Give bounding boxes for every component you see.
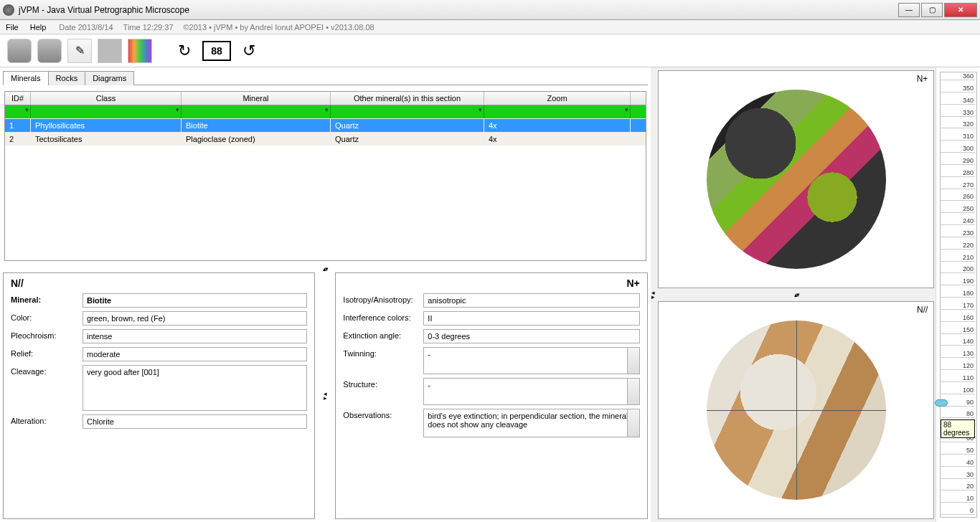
toolbar: ✎ ↻ 88 ↺ [0,34,980,67]
tab-bar: Minerals Rocks Diagrams [3,70,648,85]
value-twinning[interactable]: - [423,347,639,374]
ruler-tick: 360 [941,72,975,80]
value-observations[interactable]: bird's eye extinction; in perpendicular … [423,409,639,437]
filter-zoom[interactable] [484,105,631,118]
label-structure: Structure: [343,378,423,389]
rotation-angle-input[interactable]: 88 [202,41,231,61]
main-vertical-splitter[interactable]: ◂▸ [651,67,656,522]
horizontal-splitter[interactable]: ▴▾ [3,265,648,272]
label-isotropy: Isotropy/Anisotropy: [343,293,423,304]
label-relief: Relief: [11,347,83,358]
vertical-splitter[interactable]: ◂▸ [322,272,328,519]
label-cleavage: Cleavage: [11,365,83,376]
ruler-tick: 0 [941,507,975,515]
viewer-plane-polarized[interactable]: N// [658,301,935,519]
tab-rocks[interactable]: Rocks [48,71,86,85]
value-alteration[interactable]: Chlorite [83,414,307,429]
col-header-id[interactable]: ID# [5,92,31,105]
ruler-tick: 140 [941,338,975,346]
ruler-tick: 20 [941,483,975,490]
pointer-tool-button[interactable]: ✎ [67,39,92,63]
value-relief[interactable]: moderate [83,347,307,361]
rotate-cw-icon[interactable]: ↻ [172,39,197,63]
cell-zoom: 4x [484,133,631,146]
menu-bar: File Help Date 2013/8/14 Time 12:29:37 ©… [0,20,980,34]
grey-view-button[interactable] [98,39,122,63]
label-twinning: Twinning: [343,347,423,358]
ruler-tick: 80 [941,410,975,418]
minerals-table: ID# Class Mineral Other mineral(s) in th… [4,91,646,261]
label-color: Color: [11,311,83,322]
label-pleochroism: Pleochroism: [11,329,83,340]
close-button[interactable]: ✕ [944,3,977,17]
viewer-column: N+ ▴▾ N// [656,67,936,522]
window-title: jVPM - Java Virtual Petrographic Microsc… [19,5,897,15]
label-observations: Observations: [343,409,423,419]
viewer-cross-polarized[interactable]: N+ [658,70,935,288]
ruler-tick: 300 [941,145,975,153]
label-alteration: Alteration: [11,414,83,425]
table-row[interactable]: 1 Phyllosilicates Biotite Quartz 4x [5,118,646,132]
ruler-tick: 130 [941,350,975,358]
tab-diagrams[interactable]: Diagrams [85,71,134,85]
menu-file[interactable]: File [3,22,22,33]
value-structure[interactable]: - [423,378,639,405]
minimize-button[interactable]: — [898,3,920,17]
panel-title-ncross: N+ [343,277,639,289]
label-extinction: Extinction angle: [343,329,423,340]
value-color[interactable]: green, brown, red (Fe) [83,311,307,326]
status-copyright: ©2013 • jVPM • by Andrei Ionut APOPEI • … [184,23,374,32]
angle-ruler[interactable]: 3603503403303203103002902802702602502402… [940,72,977,518]
menu-help[interactable]: Help [27,22,50,33]
value-interference-colors[interactable]: II [423,311,639,326]
ruler-tick: 200 [941,265,975,273]
left-pane: Minerals Rocks Diagrams ID# Class Minera… [0,67,651,522]
ruler-tick: 10 [941,495,975,503]
rock-sample-1-button[interactable] [7,39,32,63]
filter-class[interactable] [31,105,182,118]
value-cleavage[interactable]: very good after [001] [83,365,307,411]
viewer-label-bottom: N// [917,305,928,315]
col-header-other[interactable]: Other mineral(s) in this section [331,92,484,105]
tab-minerals[interactable]: Minerals [3,71,49,85]
viewer-splitter[interactable]: ▴▾ [658,291,935,298]
value-pleochroism[interactable]: intense [83,329,307,343]
col-header-mineral[interactable]: Mineral [182,92,331,105]
panel-cross-polarized: N+ Isotropy/Anisotropy:anisotropic Inter… [335,272,647,519]
table-row[interactable]: 2 Tectosilicates Plagioclase (zoned) Qua… [5,132,646,146]
angle-slider-thumb[interactable] [935,399,948,407]
cell-id: 2 [5,133,31,146]
col-header-zoom[interactable]: Zoom [484,92,631,105]
app-icon [3,4,14,16]
ruler-tick: 260 [941,193,975,201]
value-extinction[interactable]: 0-3 degrees [423,329,639,343]
ruler-tick: 290 [941,157,975,165]
cell-id: 1 [5,119,31,132]
interference-chart-button[interactable] [128,39,152,63]
ruler-tick: 320 [941,120,975,128]
ruler-tick: 210 [941,254,975,262]
ruler-tick: 180 [941,290,975,298]
filter-other[interactable] [331,105,484,118]
ruler-tick: 100 [941,386,975,394]
microscope-view-ppl [707,321,886,500]
ruler-tick: 50 [941,447,975,455]
cell-class: Phyllosilicates [31,119,182,132]
angle-ruler-column: 3603503403303203103002902802702602502402… [936,67,980,522]
viewer-label-top: N+ [917,74,928,84]
ruler-tick: 190 [941,277,975,285]
label-mineral: Mineral: [11,293,83,304]
rotate-ccw-icon[interactable]: ↺ [237,39,261,63]
maximize-button[interactable]: ▢ [921,3,943,17]
ruler-tick: 340 [941,97,975,105]
filter-mineral[interactable] [182,105,331,118]
filter-id[interactable] [5,105,31,118]
table-empty-area [5,146,646,260]
col-header-class[interactable]: Class [31,92,182,105]
value-mineral[interactable]: Biotite [83,293,307,308]
ruler-tick: 160 [941,314,975,322]
cell-mineral: Biotite [182,119,331,132]
value-isotropy[interactable]: anisotropic [423,293,639,308]
cell-other: Quartz [331,133,484,146]
rock-sample-2-button[interactable] [37,39,62,63]
